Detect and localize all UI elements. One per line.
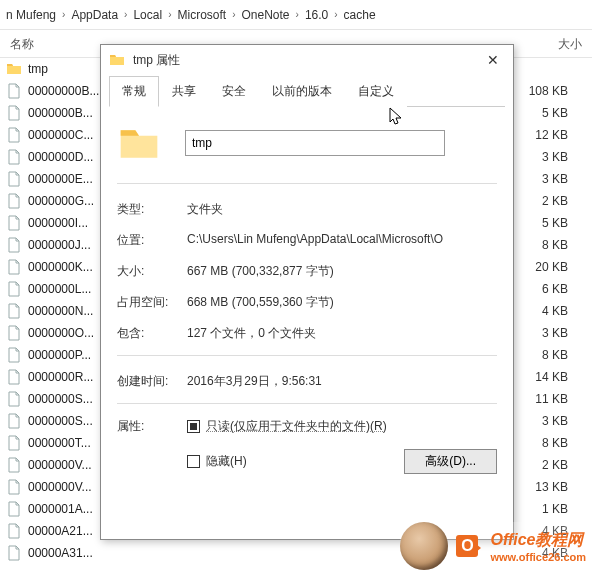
- file-icon: [6, 237, 22, 253]
- tab-strip: 常规共享安全以前的版本自定义: [109, 75, 505, 107]
- file-size: 8 KB: [516, 436, 586, 450]
- file-icon: [6, 501, 22, 517]
- header-name[interactable]: 名称: [0, 30, 100, 57]
- file-size: 14 KB: [516, 370, 586, 384]
- readonly-checkbox[interactable]: [187, 420, 200, 433]
- chevron-right-icon: ›: [124, 9, 127, 20]
- file-icon: [6, 347, 22, 363]
- file-size: 3 KB: [516, 150, 586, 164]
- file-icon: [6, 325, 22, 341]
- file-icon: [6, 303, 22, 319]
- value-size: 667 MB (700,332,877 字节): [187, 263, 497, 280]
- logo-icon: O: [456, 535, 478, 557]
- folder-icon: [6, 61, 22, 77]
- file-size: 13 KB: [516, 480, 586, 494]
- breadcrumb-segment[interactable]: n Mufeng: [6, 8, 56, 22]
- file-icon: [6, 369, 22, 385]
- chevron-right-icon: ›: [62, 9, 65, 20]
- file-icon: [6, 149, 22, 165]
- label-location: 位置:: [117, 232, 187, 249]
- file-size: 8 KB: [516, 348, 586, 362]
- file-icon: [6, 193, 22, 209]
- breadcrumb-segment[interactable]: Local: [133, 8, 162, 22]
- chevron-right-icon: ›: [232, 9, 235, 20]
- avatar: [400, 522, 448, 570]
- label-created: 创建时间:: [117, 373, 187, 390]
- tab-1[interactable]: 共享: [159, 76, 209, 107]
- label-type: 类型:: [117, 201, 187, 218]
- dialog-title: tmp 属性: [133, 52, 473, 69]
- tab-3[interactable]: 以前的版本: [259, 76, 345, 107]
- label-attributes: 属性:: [117, 418, 187, 435]
- file-icon: [6, 281, 22, 297]
- folder-large-icon: [117, 121, 161, 165]
- chevron-right-icon: ›: [168, 9, 171, 20]
- file-icon: [6, 83, 22, 99]
- properties-dialog: tmp 属性 ✕ 常规共享安全以前的版本自定义 类型:文件夹 位置:C:\Use…: [100, 44, 514, 540]
- file-size: 4 KB: [516, 304, 586, 318]
- label-size: 大小:: [117, 263, 187, 280]
- tab-2[interactable]: 安全: [209, 76, 259, 107]
- advanced-button[interactable]: 高级(D)...: [404, 449, 497, 474]
- file-size: 1 KB: [516, 502, 586, 516]
- file-icon: [6, 127, 22, 143]
- value-created: 2016年3月29日，9:56:31: [187, 373, 497, 390]
- chevron-right-icon: ›: [296, 9, 299, 20]
- file-size: 2 KB: [516, 458, 586, 472]
- label-sizeondisk: 占用空间:: [117, 294, 187, 311]
- hidden-label: 隐藏(H): [206, 453, 247, 470]
- file-size: 12 KB: [516, 128, 586, 142]
- readonly-label: 只读(仅应用于文件夹中的文件)(R): [206, 418, 387, 435]
- file-size: 5 KB: [516, 106, 586, 120]
- file-size: 6 KB: [516, 282, 586, 296]
- file-size: 8 KB: [516, 238, 586, 252]
- header-size[interactable]: 大小: [522, 30, 592, 57]
- breadcrumb-segment[interactable]: cache: [344, 8, 376, 22]
- value-type: 文件夹: [187, 201, 497, 218]
- file-size: 3 KB: [516, 172, 586, 186]
- breadcrumb-segment[interactable]: AppData: [71, 8, 118, 22]
- value-contains: 127 个文件，0 个文件夹: [187, 325, 497, 342]
- file-size: 2 KB: [516, 194, 586, 208]
- titlebar[interactable]: tmp 属性 ✕: [101, 45, 513, 75]
- file-icon: [6, 479, 22, 495]
- divider: [117, 183, 497, 184]
- file-size: 3 KB: [516, 414, 586, 428]
- folder-icon: [109, 52, 125, 68]
- file-size: 11 KB: [516, 392, 586, 406]
- tab-4[interactable]: 自定义: [345, 76, 407, 107]
- close-button[interactable]: ✕: [473, 45, 513, 75]
- watermark-url: www.office26.com: [490, 551, 586, 563]
- file-size: 3 KB: [516, 326, 586, 340]
- divider: [117, 403, 497, 404]
- file-icon: [6, 171, 22, 187]
- file-icon: [6, 413, 22, 429]
- file-size: 108 KB: [516, 84, 586, 98]
- tab-general-body: 类型:文件夹 位置:C:\Users\Lin Mufeng\AppData\Lo…: [101, 107, 513, 488]
- value-sizeondisk: 668 MB (700,559,360 字节): [187, 294, 497, 311]
- file-icon: [6, 259, 22, 275]
- label-contains: 包含:: [117, 325, 187, 342]
- breadcrumb-segment[interactable]: OneNote: [242, 8, 290, 22]
- folder-name-input[interactable]: [185, 130, 445, 156]
- chevron-right-icon: ›: [334, 9, 337, 20]
- watermark: O Office教程网 www.office26.com: [400, 522, 586, 570]
- breadcrumb-segment[interactable]: Microsoft: [177, 8, 226, 22]
- file-icon: [6, 523, 22, 539]
- watermark-title: Office教程网: [490, 530, 586, 551]
- file-icon: [6, 457, 22, 473]
- file-icon: [6, 435, 22, 451]
- file-icon: [6, 215, 22, 231]
- tab-0[interactable]: 常规: [109, 76, 159, 107]
- file-size: 20 KB: [516, 260, 586, 274]
- file-icon: [6, 391, 22, 407]
- hidden-checkbox[interactable]: [187, 455, 200, 468]
- value-location: C:\Users\Lin Mufeng\AppData\Local\Micros…: [187, 232, 497, 249]
- breadcrumb[interactable]: n Mufeng›AppData›Local›Microsoft›OneNote…: [0, 0, 592, 30]
- file-icon: [6, 545, 22, 561]
- file-icon: [6, 105, 22, 121]
- breadcrumb-segment[interactable]: 16.0: [305, 8, 328, 22]
- file-size: 5 KB: [516, 216, 586, 230]
- divider: [117, 355, 497, 356]
